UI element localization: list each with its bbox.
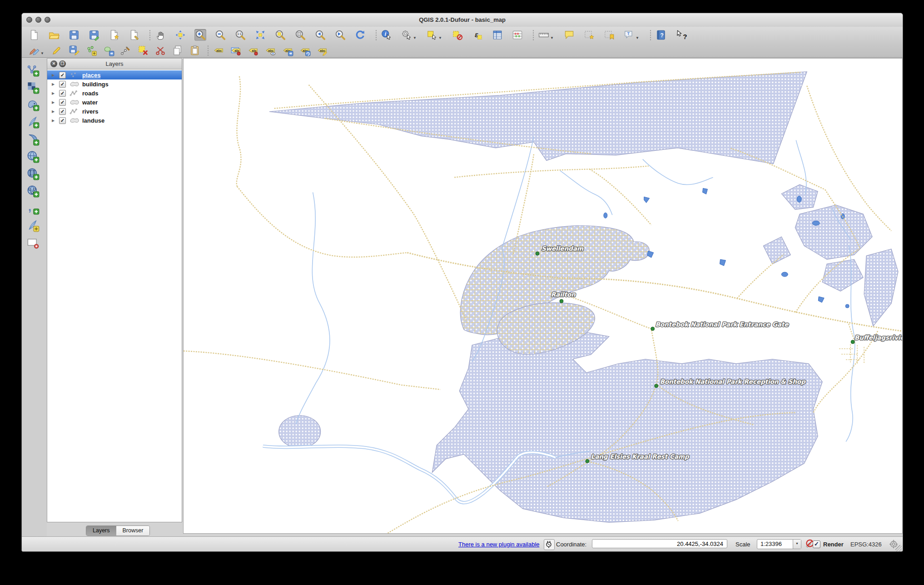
zoom-in-icon[interactable] [194, 29, 206, 41]
add-postgis-layer-icon[interactable] [26, 98, 40, 111]
cut-features-icon[interactable] [154, 45, 166, 56]
show-bookmarks-icon[interactable] [603, 29, 615, 41]
text-annotation-dropdown-icon[interactable]: ▼ [636, 36, 639, 40]
title-bar[interactable]: QGIS 2.0.1-Dufour - basic_map [22, 13, 903, 27]
node-tool-icon[interactable] [120, 45, 132, 56]
run-feature-action-icon[interactable] [401, 29, 412, 41]
layer-row-places[interactable]: ▶✓places [47, 70, 182, 79]
select-features-icon[interactable] [426, 29, 438, 41]
save-project-as-icon[interactable] [88, 29, 100, 41]
plugin-available-link[interactable]: There is a new plugin available [458, 541, 540, 548]
coordinate-input[interactable] [592, 539, 727, 548]
add-mssql-layer-icon[interactable] [26, 132, 40, 146]
show-hide-labels-icon[interactable]: abc [264, 45, 276, 56]
add-wms-layer-icon[interactable] [26, 149, 40, 163]
layer-row-landuse[interactable]: ▶✓landuse [47, 116, 182, 125]
move-label-icon[interactable]: abc [282, 45, 293, 56]
layer-row-buildings[interactable]: ▶✓buildings [47, 79, 182, 89]
save-project-icon[interactable] [68, 29, 80, 41]
layer-visibility-checkbox[interactable]: ✓ [59, 108, 66, 115]
digitizing-labels-toolbar: ▼abcabababcabcabcabc [22, 43, 903, 58]
pan-to-selection-icon[interactable] [174, 29, 186, 41]
expand-arrow-icon[interactable]: ▶ [50, 109, 56, 114]
add-feature-icon[interactable] [85, 45, 97, 56]
zoom-full-icon[interactable] [254, 29, 266, 41]
expand-arrow-icon[interactable]: ▶ [50, 119, 56, 123]
layer-visibility-checkbox[interactable]: ✓ [59, 90, 66, 97]
scale-dropdown-icon[interactable]: ▼ [793, 540, 801, 549]
zoom-next-icon[interactable] [334, 29, 346, 41]
zoom-to-selection-icon[interactable] [274, 29, 286, 41]
open-attribute-table-icon[interactable] [492, 29, 503, 41]
layer-label: roads [82, 90, 98, 97]
layer-row-rivers[interactable]: ▶✓rivers [47, 107, 182, 116]
expand-arrow-icon[interactable]: ▶ [50, 100, 56, 104]
new-project-icon[interactable] [28, 29, 40, 41]
layer-visibility-checkbox[interactable]: ✓ [59, 117, 66, 124]
pin-labels-icon[interactable]: ab [230, 45, 242, 56]
new-shapefile-layer-icon[interactable] [26, 236, 40, 249]
add-wcs-layer-icon[interactable] [26, 167, 40, 180]
toggle-editing-icon[interactable] [51, 45, 63, 56]
tab-browser[interactable]: Browser [116, 526, 150, 535]
current-edits-icon[interactable] [28, 45, 40, 56]
open-project-icon[interactable] [48, 29, 60, 41]
expand-arrow-icon[interactable]: ▶ [50, 73, 56, 77]
run-feature-action-dropdown-icon[interactable]: ▼ [413, 36, 417, 40]
zoom-out-icon[interactable] [214, 29, 226, 41]
zoom-last-icon[interactable] [314, 29, 326, 41]
copy-features-icon[interactable] [172, 45, 184, 56]
change-label-icon[interactable]: abc [316, 45, 328, 56]
select-features-dropdown-icon[interactable]: ▼ [438, 36, 442, 40]
map-tips-icon[interactable] [563, 29, 575, 41]
add-vector-layer-icon[interactable] [26, 63, 40, 77]
save-layer-edits-icon[interactable] [68, 45, 80, 56]
field-calculator-icon[interactable] [512, 29, 523, 41]
new-composer-icon[interactable] [108, 29, 120, 41]
composer-manager-icon[interactable] [128, 29, 140, 41]
add-raster-layer-icon[interactable] [26, 80, 40, 94]
park-polygon [432, 327, 822, 522]
scale-combo[interactable]: 1:23396 ▼ [757, 539, 801, 549]
zoom-to-layer-icon[interactable] [294, 29, 306, 41]
map-canvas[interactable]: SwellendamRailtonBontebok National Park … [183, 58, 903, 534]
layer-visibility-checkbox[interactable]: ✓ [59, 99, 66, 106]
layer-visibility-checkbox[interactable]: ✓ [59, 81, 66, 88]
plugin-manager-icon[interactable] [544, 539, 555, 550]
layer-visibility-checkbox[interactable]: ✓ [59, 72, 66, 79]
new-bookmark-icon[interactable] [583, 29, 595, 41]
measure-icon[interactable] [538, 29, 550, 41]
tab-layers[interactable]: Layers [86, 526, 116, 535]
rotate-label-icon[interactable]: abc [299, 45, 311, 56]
identify-features-icon[interactable]: i [381, 29, 392, 41]
select-by-expression-icon[interactable]: ε [472, 29, 483, 41]
paste-features-icon[interactable] [189, 45, 201, 56]
layer-row-roads[interactable]: ▶✓roads [47, 89, 182, 98]
new-spatialite-layer-icon[interactable] [26, 218, 40, 232]
move-feature-icon[interactable] [103, 45, 114, 56]
toolbar-separator [650, 30, 652, 40]
add-wfs-layer-icon[interactable] [26, 184, 40, 198]
labeling-options-icon[interactable]: abc [213, 45, 224, 56]
place-label: Lang Elsies Kraal Rest Camp [591, 453, 690, 460]
layer-row-water[interactable]: ▶✓water [47, 98, 182, 107]
current-edits-dropdown-icon[interactable]: ▼ [40, 51, 44, 55]
render-checkbox[interactable]: ✓ [813, 540, 820, 548]
help-contents-icon[interactable]: ? [655, 29, 667, 41]
expand-arrow-icon[interactable]: ▶ [50, 91, 56, 95]
add-spatialite-layer-icon[interactable] [26, 115, 40, 129]
expand-arrow-icon[interactable]: ▶ [50, 82, 56, 86]
zoom-native-icon[interactable]: 1:1 [234, 29, 246, 41]
whats-this-icon[interactable]: ? [675, 29, 687, 41]
delete-selected-icon[interactable] [137, 45, 149, 56]
render-label: Render [823, 541, 844, 548]
text-annotation-icon[interactable]: T [623, 29, 635, 41]
deselect-all-icon[interactable] [452, 29, 463, 41]
add-delimited-text-layer-icon[interactable]: , [26, 201, 40, 215]
svg-text:,: , [28, 201, 31, 213]
pan-map-icon[interactable] [154, 29, 166, 41]
refresh-map-icon[interactable] [354, 29, 366, 41]
measure-dropdown-icon[interactable]: ▼ [550, 36, 554, 40]
highlight-pinned-labels-icon[interactable]: ab [247, 45, 259, 56]
resize-grip[interactable] [895, 545, 902, 551]
